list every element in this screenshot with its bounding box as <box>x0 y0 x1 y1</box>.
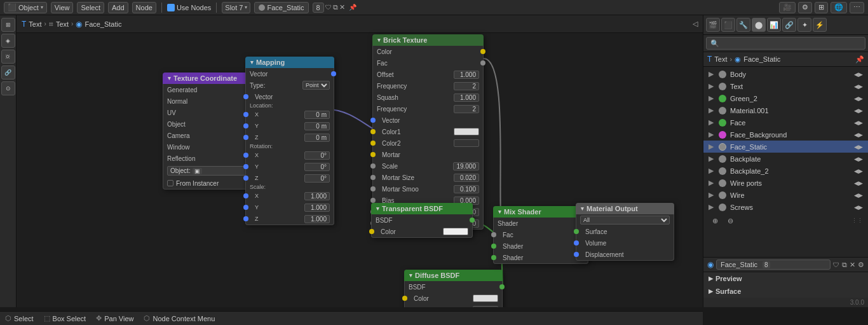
rp-physics-icon[interactable]: ⚡ <box>813 18 827 32</box>
node-editor[interactable]: T Text › ⌗ Text › ◉ Face_Static ◁ <box>17 15 703 307</box>
breadcrumb-arrow-2: › <box>71 20 73 27</box>
search-input[interactable] <box>706 37 865 50</box>
brick-color1-swatch[interactable] <box>454 128 479 135</box>
mat-item-backplate2[interactable]: ▶ Backplate_2 ◀▶ <box>703 165 868 177</box>
mat-face-static-name-label: Face_Static <box>730 143 767 151</box>
mat-item-face[interactable]: ▶ Face ◀▶ <box>703 116 868 128</box>
rp-close-slot-icon[interactable]: ✕ <box>850 261 855 269</box>
left-icon-4[interactable]: 🔗 <box>1 66 15 80</box>
material-output-node[interactable]: ▾ Material Output All Surface Volume <box>576 203 674 261</box>
collapse-btn[interactable]: ◁ <box>693 20 698 28</box>
view-controls[interactable]: ⚙ <box>798 2 812 13</box>
rp-slot-name[interactable]: Face_Static 8 <box>716 259 831 270</box>
view-menu[interactable]: View <box>51 2 74 13</box>
rp-pin-icon[interactable]: 📌 <box>855 55 864 63</box>
mat-face-bg-label: Face_Background <box>730 131 787 139</box>
left-icon-3[interactable]: ⛭ <box>1 50 15 64</box>
more-icon[interactable]: ⋯ <box>850 2 864 13</box>
texture-coordinate-node[interactable]: ▾ Texture Coordinate Generated Normal UV <box>163 73 258 190</box>
brick-texture-node[interactable]: ▾ Brick Texture Color Fac Offset 1.000 F… <box>372 34 484 230</box>
mat-item-face-static[interactable]: ▶ Face_Static ◀▶ <box>703 141 868 153</box>
mat-wire-expand: ▶ <box>709 191 714 199</box>
slot-number-area: 8 🛡 ⧉ ✕ <box>313 3 345 13</box>
mapping-rotation-header: Rotation: <box>246 143 334 149</box>
mat-volume-in: Volume <box>576 237 674 249</box>
copy-icon[interactable]: ⧉ <box>333 3 338 11</box>
world-icon[interactable]: 🌐 <box>831 2 847 13</box>
transparent-bsdf-node[interactable]: ▾ Transparent BSDF BSDF Color <box>371 203 473 238</box>
select-menu[interactable]: Select <box>77 2 104 13</box>
editor-type-icon: ⬛ <box>8 3 17 11</box>
mapping-type-select[interactable]: Point <box>302 81 330 90</box>
mat-item-mat001[interactable]: ▶ Material.001 ◀▶ <box>703 104 868 116</box>
face-static-field[interactable]: Face_Static <box>254 2 308 13</box>
pin-icon[interactable]: 📌 <box>349 4 356 11</box>
add-menu[interactable]: Add <box>108 2 128 13</box>
rp-bottom-icon[interactable]: ◉ <box>707 260 714 269</box>
use-nodes-toggle[interactable]: Use Nodes <box>167 4 211 11</box>
rp-particles-icon[interactable]: ✦ <box>797 18 811 32</box>
rp-data-icon[interactable]: 📊 <box>767 18 781 32</box>
rp-face-static-label: Face_Static <box>743 55 780 63</box>
mat-options-btn[interactable]: ⋮⋮ <box>851 218 863 224</box>
render-icon-btn[interactable]: 🎥 <box>779 2 796 13</box>
breadcrumb-item-3[interactable]: ◉ Face_Static <box>76 20 121 29</box>
breadcrumb-item-2[interactable]: ⌗ Text <box>49 20 69 29</box>
tc-object-field[interactable]: Object: ▣ <box>167 166 254 176</box>
left-icon-1[interactable]: ⊞ <box>1 18 15 32</box>
transparent-color-swatch[interactable] <box>443 228 468 235</box>
rp-modifier-icon[interactable]: 🔧 <box>736 18 750 32</box>
brick-offset: Offset 1.000 <box>373 69 483 80</box>
mat-item-text[interactable]: ▶ Text ◀▶ <box>703 80 868 92</box>
rp-object-icon[interactable]: ⬛ <box>721 18 735 32</box>
surface-section-header[interactable]: ▶ Surface <box>703 285 868 298</box>
diffuse-color-socket <box>402 296 407 301</box>
rp-settings-icon[interactable]: ⚙ <box>858 261 864 269</box>
mat-backplate2-arrow: ◀▶ <box>854 168 863 174</box>
slot-number[interactable]: 8 <box>313 3 324 13</box>
mat-item-screws[interactable]: ▶ Screws ◀▶ <box>703 201 868 213</box>
left-icon-2[interactable]: ◈ <box>1 34 15 48</box>
close-icon[interactable]: ✕ <box>339 3 345 11</box>
mat-item-wire-ports[interactable]: ▶ Wire ports ◀▶ <box>703 177 868 189</box>
preview-section-header[interactable]: ▶ Preview <box>703 272 868 285</box>
mat-mat001-dot <box>719 107 726 114</box>
rp-copy-slot-icon[interactable]: ⧉ <box>842 261 847 269</box>
mat-face-label: Face <box>730 119 745 127</box>
mat-output-target-select[interactable]: All <box>580 216 670 225</box>
from-instancer-checkbox[interactable] <box>167 180 173 186</box>
bottom-select[interactable]: ⬡ Select <box>5 314 34 322</box>
node-menu[interactable]: Node <box>132 2 156 13</box>
diffuse-bsdf-node[interactable]: ▾ Diffuse BSDF BSDF Color Roughness 0.00… <box>404 270 503 307</box>
bottom-node-context[interactable]: ⬡ Node Context Menu <box>144 314 215 322</box>
brick-bias-socket <box>370 198 376 203</box>
viewport-icon[interactable]: ⊞ <box>815 2 828 13</box>
diffuse-color-swatch[interactable] <box>473 294 498 302</box>
mat-face-static-dot <box>719 143 726 151</box>
mat-green2-arrow: ◀▶ <box>854 95 863 102</box>
add-mat-btn[interactable]: ⊕ <box>709 214 721 227</box>
bottom-box-select[interactable]: ⬚ Box Select <box>44 314 86 322</box>
mapping-loc-x: X 0 m <box>246 109 334 120</box>
rp-scene-icon[interactable]: 🎬 <box>706 18 720 32</box>
mat-output-header: ▾ Material Output <box>576 203 674 214</box>
remove-mat-btn[interactable]: ⊖ <box>724 214 736 227</box>
breadcrumb-item-1[interactable]: T Text <box>22 20 42 29</box>
rp-slot-bar: ◉ Face_Static 8 🛡 ⧉ ✕ ⚙ <box>703 258 868 272</box>
mat-list-controls: ⊕ ⊖ ⋮⋮ <box>703 213 868 228</box>
left-icon-5[interactable]: ⊙ <box>1 81 15 95</box>
mapping-scale-y: Y 1.000 <box>246 202 334 213</box>
bottom-pan-view[interactable]: ✥ Pan View <box>96 314 133 322</box>
editor-type-button[interactable]: ⬛ Object ▾ <box>4 2 47 13</box>
mat-item-wire[interactable]: ▶ Wire ◀▶ <box>703 189 868 201</box>
mat-item-face-bg[interactable]: ▶ Face_Background ◀▶ <box>703 128 868 141</box>
mapping-node[interactable]: ▾ Mapping Vector Type: Point Vector <box>245 57 334 225</box>
mat-item-green2[interactable]: ▶ Green_2 ◀▶ <box>703 92 868 104</box>
brick-color2-swatch[interactable] <box>454 139 479 147</box>
mat-item-body[interactable]: ▶ Body ◀▶ <box>703 68 868 80</box>
rp-material-icon[interactable]: ⬤ <box>752 18 766 32</box>
slot-select[interactable]: Slot 7 ▾ <box>222 2 250 13</box>
surface-expand-icon: ▶ <box>709 288 713 294</box>
mat-item-backplate[interactable]: ▶ Backplate ◀▶ <box>703 153 868 165</box>
rp-constraint-icon[interactable]: 🔗 <box>782 18 796 32</box>
